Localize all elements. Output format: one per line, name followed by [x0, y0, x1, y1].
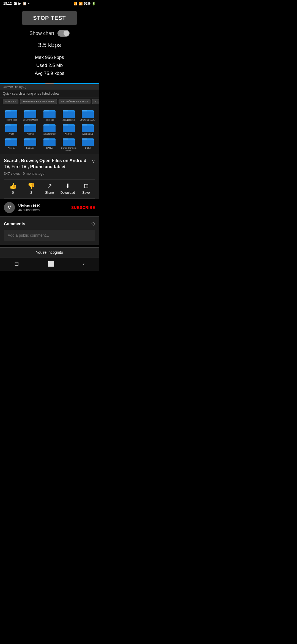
home-button[interactable]: ⬜: [48, 260, 54, 267]
video-separator: ·: [21, 171, 23, 176]
back-button[interactable]: ‹: [83, 261, 85, 267]
fm-files-grid: .chartboost ColumbiaMedia .estrongs: [0, 106, 99, 154]
stats-display: Max 956 kbps Used 2.5 Mb Avg 75.9 kbps: [35, 54, 64, 78]
folder-icon: [82, 108, 94, 118]
folder-item[interactable]: amazonmp3: [40, 122, 59, 135]
recent-apps-button[interactable]: ⊟: [14, 260, 19, 267]
signal-icon: 📶: [79, 2, 83, 6]
show-chart-label: Show chart: [29, 31, 54, 36]
comments-collapse-icon[interactable]: ◇: [91, 220, 95, 227]
folder-label: Android: [65, 133, 73, 135]
svg-rect-5: [24, 111, 36, 118]
folder-item[interactable]: BARIA: [40, 136, 59, 152]
folder-label: .VOD: [9, 133, 14, 135]
folder-icon: [63, 108, 75, 118]
comments-header: Comments ◇: [4, 220, 95, 227]
folder-icon: [43, 108, 56, 118]
show-chart-row: Show chart: [29, 30, 70, 37]
fm-toolbar: SORT BY WIRELESS FILE MANAGER SHOW/HIDE …: [0, 97, 99, 106]
folder-item[interactable]: DCIM: [79, 136, 97, 152]
save-action[interactable]: ⊞ Save: [78, 182, 94, 195]
like-count: 0: [12, 191, 14, 195]
svg-rect-38: [43, 140, 56, 146]
wifi-icon: 📶: [73, 2, 78, 6]
clipboard-icon: 📋: [23, 2, 27, 6]
max-speed: Max 956 kbps: [35, 54, 64, 62]
folder-label: amazonmp3: [43, 133, 56, 135]
svg-rect-14: [82, 111, 94, 118]
chevron-down-icon[interactable]: ∨: [92, 158, 95, 164]
folder-icon: [63, 136, 75, 146]
show-hide-file-info-button[interactable]: SHOW/HIDE FILE INFO: [59, 99, 90, 104]
svg-rect-41: [63, 140, 75, 146]
comment-input[interactable]: [4, 230, 95, 241]
folder-icon: [63, 122, 75, 132]
stop-test-button[interactable]: STOP TEST: [22, 11, 77, 25]
folder-icon: [82, 122, 94, 132]
folder-label: .JIOCINEMATV: [80, 119, 95, 121]
storage-mount-points-button[interactable]: STORAGE MOUNT POINTS INFO: [92, 99, 99, 104]
save-label: Save: [82, 191, 90, 195]
folder-item[interactable]: Alarms: [21, 122, 40, 135]
download-label: Download: [61, 191, 75, 195]
status-bar: 18:12 🖼 ▶ 📋 • 📶 📶 52% 🔋: [0, 0, 99, 7]
share-label: Share: [45, 191, 54, 195]
svg-rect-17: [5, 125, 17, 132]
folder-item[interactable]: .JIOCINEMATV: [79, 108, 97, 121]
avg-speed: Avg 75.9 kbps: [35, 70, 64, 78]
download-icon: ⬇: [65, 182, 70, 190]
folder-item[interactable]: .imagecache: [60, 108, 78, 121]
svg-rect-23: [43, 125, 56, 132]
folder-icon: [5, 122, 17, 132]
folder-item[interactable]: Android: [60, 122, 78, 135]
subscribe-button[interactable]: SUBSCRIBE: [71, 205, 95, 210]
folder-label: .estrongs: [45, 119, 54, 121]
folder-icon: [5, 136, 17, 146]
svg-rect-29: [82, 125, 94, 132]
folder-label: Alarms: [27, 133, 34, 135]
sort-by-button[interactable]: SORT BY: [3, 99, 18, 104]
folder-item[interactable]: backups: [21, 136, 40, 152]
channel-name: Vishnu N K: [18, 203, 68, 208]
folder-item[interactable]: .VOD: [2, 122, 20, 135]
show-chart-toggle[interactable]: [57, 30, 70, 37]
incognito-bar: You're incognito: [0, 247, 99, 257]
video-title-row: Search, Browse, Open Files on Android TV…: [4, 158, 95, 170]
svg-rect-35: [24, 140, 36, 146]
folder-icon: [43, 136, 56, 146]
save-icon: ⊞: [84, 182, 89, 190]
status-right: 📶 📶 52% 🔋: [73, 2, 96, 6]
folder-icon: [24, 108, 36, 118]
battery-icon: 🔋: [92, 2, 96, 6]
dislike-count: 2: [30, 191, 32, 195]
folder-item[interactable]: ColumbiaMedia: [21, 108, 40, 121]
svg-rect-2: [5, 111, 17, 118]
dislike-action[interactable]: 👎 2: [24, 182, 39, 195]
folder-label: backups: [26, 147, 34, 149]
folder-item[interactable]: .estrongs: [40, 108, 59, 121]
incognito-text: You're incognito: [4, 250, 95, 255]
progress-handle[interactable]: [45, 83, 54, 84]
fm-current-dir: Current Dir: 0(52): [0, 84, 99, 90]
like-action[interactable]: 👍 0: [6, 182, 21, 195]
share-action[interactable]: ↗ Share: [42, 182, 57, 195]
wireless-file-manager-button[interactable]: WIRELESS FILE MANAGER: [20, 99, 57, 104]
folder-icon: [5, 108, 17, 118]
folder-item[interactable]: Canon Connect Station: [60, 136, 78, 152]
channel-avatar: V: [4, 202, 15, 213]
video-time-ago: 9 months ago: [23, 171, 45, 176]
folder-label: AppBackup: [82, 133, 94, 135]
test-section: STOP TEST Show chart 3.5 kbps Max 956 kb…: [0, 7, 99, 83]
like-icon: 👍: [9, 182, 17, 190]
svg-rect-32: [5, 140, 17, 146]
folder-label: BARIA: [46, 147, 53, 149]
download-action[interactable]: ⬇ Download: [60, 182, 75, 195]
used-data: Used 2.5 Mb: [35, 62, 64, 70]
folder-item[interactable]: .chartboost: [2, 108, 20, 121]
share-icon: ↗: [47, 182, 52, 190]
folder-item[interactable]: AppBackup: [79, 122, 97, 135]
folder-label: Canon Connect Station: [61, 147, 77, 152]
folder-item[interactable]: Aurora: [2, 136, 20, 152]
folder-icon: [43, 122, 56, 132]
progress-bar: [0, 83, 99, 84]
